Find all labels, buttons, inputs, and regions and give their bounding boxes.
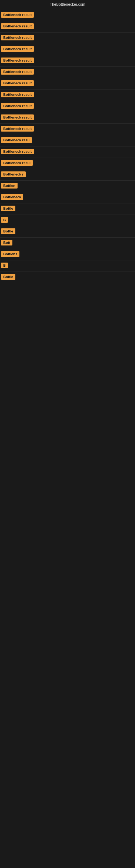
bottleneck-result-label[interactable]: Bottleneck <box>1 194 23 200</box>
bottleneck-result-label[interactable]: B <box>1 217 8 223</box>
bottleneck-result-label[interactable]: Bottle <box>1 206 15 211</box>
table-row: Bottle <box>0 204 135 215</box>
table-row: Bottleneck result <box>0 21 135 33</box>
table-row: Bottleneck result <box>0 10 135 21</box>
table-row: B <box>0 260 135 272</box>
bottleneck-result-label[interactable]: Bottleneck result <box>1 149 34 154</box>
table-row: Bottleneck result <box>0 90 135 101</box>
table-row: Bottleneck result <box>0 44 135 55</box>
table-row: Bottlen <box>0 181 135 192</box>
bottleneck-result-label[interactable]: Bottleneck result <box>1 58 34 63</box>
bottleneck-result-label[interactable]: Bottleneck result <box>1 46 34 52</box>
table-row: Bottleneck resul <box>0 158 135 169</box>
bottleneck-result-label[interactable]: Bottleneck result <box>1 80 34 86</box>
table-row: Bottle <box>0 226 135 238</box>
table-row: Bottlens <box>0 249 135 260</box>
table-row: Bottleneck <box>0 192 135 204</box>
bottleneck-result-label[interactable]: Bottleneck result <box>1 126 34 131</box>
bottleneck-result-label[interactable]: Bottlen <box>1 183 17 188</box>
bottleneck-result-label[interactable]: Bottle <box>1 274 15 280</box>
page-container: TheBottlenecker.com Bottleneck resultBot… <box>0 0 135 283</box>
table-row: Bottleneck r <box>0 169 135 181</box>
bottleneck-result-label[interactable]: Bottleneck result <box>1 69 34 74</box>
bottleneck-result-label[interactable]: Bottleneck r <box>1 172 26 177</box>
bottleneck-result-label[interactable]: Bottlens <box>1 251 19 257</box>
bottleneck-result-label[interactable]: Bottle <box>1 228 15 234</box>
bottleneck-result-label[interactable]: Bottleneck resu <box>1 137 32 143</box>
table-row: Bottleneck result <box>0 78 135 90</box>
table-row: B <box>0 215 135 226</box>
table-row: Bottleneck result <box>0 147 135 158</box>
bottleneck-result-label[interactable]: Bottleneck result <box>1 23 34 29</box>
table-row: Bottle <box>0 272 135 283</box>
table-row: Bottleneck result <box>0 112 135 124</box>
bottleneck-result-label[interactable]: Bottleneck result <box>1 35 34 40</box>
table-row: Bottleneck result <box>0 101 135 112</box>
table-row: Bottleneck result <box>0 33 135 44</box>
site-title: TheBottlenecker.com <box>0 0 135 10</box>
bottleneck-result-label[interactable]: Bott <box>1 240 12 246</box>
bottleneck-result-label[interactable]: Bottleneck result <box>1 115 34 120</box>
rows-container: Bottleneck resultBottleneck resultBottle… <box>0 10 135 283</box>
table-row: Bottleneck result <box>0 124 135 135</box>
table-row: Bottleneck result <box>0 55 135 67</box>
bottleneck-result-label[interactable]: Bottleneck result <box>1 103 34 109</box>
bottleneck-result-label[interactable]: Bottleneck resul <box>1 160 33 166</box>
table-row: Bott <box>0 238 135 249</box>
table-row: Bottleneck resu <box>0 135 135 147</box>
bottleneck-result-label[interactable]: Bottleneck result <box>1 12 34 18</box>
bottleneck-result-label[interactable]: Bottleneck result <box>1 92 34 97</box>
bottleneck-result-label[interactable]: B <box>1 262 8 268</box>
table-row: Bottleneck result <box>0 67 135 78</box>
